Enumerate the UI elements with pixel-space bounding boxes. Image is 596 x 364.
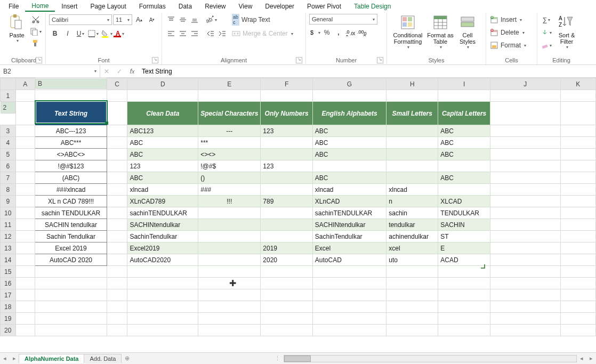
cell[interactable] (15, 137, 35, 149)
cell[interactable] (261, 137, 313, 149)
cell[interactable] (15, 231, 35, 242)
cell[interactable] (107, 301, 127, 313)
cell[interactable]: 123 (261, 125, 313, 137)
col-header[interactable]: K (560, 78, 596, 90)
cell[interactable] (198, 207, 261, 219)
cell[interactable] (15, 207, 35, 219)
autosum-button[interactable]: ∑ (541, 14, 552, 26)
col-header[interactable]: G (312, 78, 386, 90)
decrease-font-button[interactable]: A▾ (146, 14, 158, 26)
cell[interactable] (127, 325, 198, 336)
fill-button[interactable] (541, 27, 552, 38)
col-header[interactable]: B (35, 78, 107, 89)
delete-cells-button[interactable]: × Delete (489, 27, 532, 38)
cell[interactable] (560, 184, 596, 196)
decrease-decimal-button[interactable]: .00.0 (356, 27, 368, 38)
copy-button[interactable] (29, 26, 42, 37)
cell[interactable]: ABC (312, 172, 386, 184)
col-header[interactable]: H (386, 78, 438, 90)
cell[interactable] (261, 325, 313, 336)
cell[interactable] (107, 172, 127, 184)
row-header[interactable]: 2 (1, 102, 15, 114)
cell[interactable]: () (198, 172, 261, 184)
cell[interactable] (438, 301, 490, 313)
cell[interactable] (35, 301, 107, 313)
cell[interactable] (312, 160, 386, 172)
col-header[interactable]: D (127, 78, 198, 90)
cell[interactable] (107, 125, 127, 137)
cell[interactable]: xlncad (127, 184, 198, 196)
clipboard-dialog-launcher[interactable]: ↘ (36, 57, 42, 63)
col-header[interactable]: I (438, 78, 490, 90)
comma-button[interactable]: , (333, 27, 344, 38)
cell[interactable]: XLnCAD (312, 196, 386, 207)
cell[interactable] (107, 149, 127, 160)
cell[interactable] (312, 325, 386, 336)
cell[interactable] (107, 184, 127, 196)
row-header[interactable]: 1 (1, 90, 16, 102)
cell[interactable]: achinendulkar (386, 231, 438, 242)
cell[interactable] (490, 313, 560, 325)
row-header[interactable]: 8 (1, 184, 16, 196)
cell[interactable] (15, 149, 35, 160)
cancel-formula-button[interactable]: ✕ (100, 68, 113, 75)
font-face-select[interactable]: Calibri▾ (49, 14, 112, 25)
underline-button[interactable]: U (75, 28, 86, 39)
cell[interactable] (438, 160, 490, 172)
font-dialog-launcher[interactable]: ↘ (152, 57, 158, 63)
cell[interactable]: --- (198, 125, 261, 137)
cell[interactable] (107, 278, 127, 289)
cell[interactable]: sachinTENDULKAR (312, 207, 386, 219)
cell[interactable]: AutoCAD2020 (127, 254, 198, 266)
cell[interactable]: Excel2019 (127, 242, 198, 254)
cell[interactable] (560, 196, 596, 207)
sheet-nav-prev[interactable]: ◂ (0, 355, 10, 362)
row-header[interactable]: 13 (1, 242, 16, 254)
cell[interactable] (198, 313, 261, 325)
row-header[interactable]: 7 (1, 172, 16, 184)
cell[interactable]: ABC (438, 125, 490, 137)
enter-formula-button[interactable]: ✓ (113, 68, 126, 75)
align-left-button[interactable] (165, 28, 177, 39)
cell[interactable] (15, 325, 35, 336)
cell[interactable] (107, 137, 127, 149)
cell[interactable]: tendulkar (386, 219, 438, 231)
decrease-indent-button[interactable] (205, 28, 216, 39)
row-header[interactable]: 6 (1, 160, 16, 172)
cell[interactable]: ABC (312, 137, 386, 149)
cell[interactable] (261, 278, 313, 289)
cell[interactable]: SachinTendulkar (127, 231, 198, 242)
font-color-button[interactable]: A (114, 28, 126, 39)
cell[interactable] (261, 184, 313, 196)
cell[interactable] (386, 325, 438, 336)
new-sheet-button[interactable]: ⊕ (122, 355, 133, 362)
align-center-button[interactable] (177, 28, 189, 39)
cell[interactable] (261, 301, 313, 313)
cell[interactable] (127, 313, 198, 325)
cell[interactable]: 2020 (261, 254, 313, 266)
cell[interactable] (490, 289, 560, 301)
cell[interactable] (438, 325, 490, 336)
conditional-formatting-button[interactable]: Conditional Formatting (390, 14, 425, 50)
cell[interactable] (198, 266, 261, 278)
tab-file[interactable]: File (2, 2, 25, 11)
row-header[interactable]: 5 (1, 149, 16, 160)
worksheet-grid[interactable]: A B C D E F G H I J K 1 2 Text String Cl… (0, 78, 596, 352)
align-right-button[interactable] (189, 28, 200, 39)
cell[interactable] (261, 219, 313, 231)
cell[interactable]: ABC (127, 149, 198, 160)
cell[interactable]: sachinTENDULKAR (127, 207, 198, 219)
cell[interactable] (107, 289, 127, 301)
cell[interactable]: sachin TENDULKAR (35, 207, 107, 219)
scrollbar-thumb[interactable] (284, 355, 311, 362)
clear-button[interactable] (541, 39, 552, 51)
table-header[interactable]: Capital Letters (438, 102, 490, 125)
sheet-tab-other[interactable]: Add. Data (84, 354, 122, 363)
tab-developer[interactable]: Developer (259, 2, 301, 11)
tab-powerpivot[interactable]: Power Pivot (301, 2, 348, 11)
tab-view[interactable]: View (232, 2, 259, 11)
cell[interactable] (312, 266, 386, 278)
cell[interactable] (386, 266, 438, 278)
cell[interactable] (107, 160, 127, 172)
cell[interactable]: ST (438, 231, 490, 242)
